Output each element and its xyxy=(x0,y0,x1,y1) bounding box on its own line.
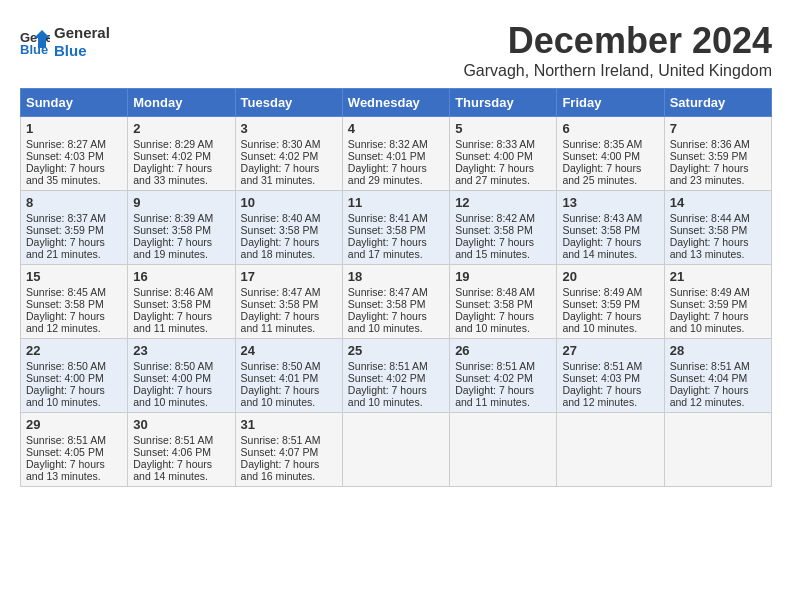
day-number: 19 xyxy=(455,269,551,284)
day-info-line: Sunrise: 8:51 AM xyxy=(133,434,229,446)
day-info-line: Daylight: 7 hours xyxy=(455,310,551,322)
day-number: 4 xyxy=(348,121,444,136)
calendar-cell: 27Sunrise: 8:51 AMSunset: 4:03 PMDayligh… xyxy=(557,339,664,413)
day-info-line: Sunrise: 8:51 AM xyxy=(455,360,551,372)
day-number: 20 xyxy=(562,269,658,284)
day-info-line: Daylight: 7 hours xyxy=(133,384,229,396)
day-info-line: Sunrise: 8:45 AM xyxy=(26,286,122,298)
day-info-line: and 35 minutes. xyxy=(26,174,122,186)
day-info-line: Daylight: 7 hours xyxy=(133,310,229,322)
day-info-line: Sunset: 4:00 PM xyxy=(133,372,229,384)
day-number: 13 xyxy=(562,195,658,210)
logo-line2: Blue xyxy=(54,42,110,60)
day-info-line: Sunrise: 8:49 AM xyxy=(562,286,658,298)
day-info-line: Daylight: 7 hours xyxy=(348,310,444,322)
day-info-line: Sunrise: 8:50 AM xyxy=(133,360,229,372)
day-info-line: and 11 minutes. xyxy=(241,322,337,334)
day-info-line: Daylight: 7 hours xyxy=(348,162,444,174)
day-info-line: and 16 minutes. xyxy=(241,470,337,482)
day-info-line: Daylight: 7 hours xyxy=(455,384,551,396)
day-info-line: and 10 minutes. xyxy=(26,396,122,408)
day-number: 30 xyxy=(133,417,229,432)
calendar-cell: 3Sunrise: 8:30 AMSunset: 4:02 PMDaylight… xyxy=(235,117,342,191)
day-info-line: Sunrise: 8:44 AM xyxy=(670,212,766,224)
day-info-line: Sunrise: 8:48 AM xyxy=(455,286,551,298)
calendar-cell: 5Sunrise: 8:33 AMSunset: 4:00 PMDaylight… xyxy=(450,117,557,191)
day-info-line: Daylight: 7 hours xyxy=(241,236,337,248)
day-info-line: Sunset: 4:04 PM xyxy=(670,372,766,384)
day-info-line: Sunset: 3:58 PM xyxy=(670,224,766,236)
day-info-line: Sunrise: 8:37 AM xyxy=(26,212,122,224)
calendar-cell: 19Sunrise: 8:48 AMSunset: 3:58 PMDayligh… xyxy=(450,265,557,339)
day-info-line: Daylight: 7 hours xyxy=(562,236,658,248)
day-info-line: Sunset: 3:59 PM xyxy=(562,298,658,310)
day-number: 21 xyxy=(670,269,766,284)
day-info-line: Sunset: 4:00 PM xyxy=(562,150,658,162)
day-info-line: Sunrise: 8:41 AM xyxy=(348,212,444,224)
day-number: 2 xyxy=(133,121,229,136)
day-info-line: Sunrise: 8:47 AM xyxy=(348,286,444,298)
day-info-line: and 25 minutes. xyxy=(562,174,658,186)
day-info-line: Sunset: 3:58 PM xyxy=(348,298,444,310)
day-info-line: Daylight: 7 hours xyxy=(562,162,658,174)
day-info-line: Sunrise: 8:46 AM xyxy=(133,286,229,298)
calendar-cell xyxy=(664,413,771,487)
weekday-header-cell: Tuesday xyxy=(235,89,342,117)
day-info-line: Sunrise: 8:40 AM xyxy=(241,212,337,224)
day-info-line: Sunset: 4:02 PM xyxy=(455,372,551,384)
day-info-line: Sunrise: 8:51 AM xyxy=(562,360,658,372)
day-info-line: Daylight: 7 hours xyxy=(455,162,551,174)
calendar-cell: 25Sunrise: 8:51 AMSunset: 4:02 PMDayligh… xyxy=(342,339,449,413)
day-number: 12 xyxy=(455,195,551,210)
calendar-cell: 29Sunrise: 8:51 AMSunset: 4:05 PMDayligh… xyxy=(21,413,128,487)
day-info-line: Daylight: 7 hours xyxy=(26,162,122,174)
day-info-line: Sunset: 4:03 PM xyxy=(26,150,122,162)
day-info-line: Sunset: 4:03 PM xyxy=(562,372,658,384)
day-info-line: Daylight: 7 hours xyxy=(670,162,766,174)
calendar-week-row: 8Sunrise: 8:37 AMSunset: 3:59 PMDaylight… xyxy=(21,191,772,265)
day-info-line: Sunset: 3:59 PM xyxy=(670,298,766,310)
day-info-line: Daylight: 7 hours xyxy=(670,384,766,396)
day-info-line: Daylight: 7 hours xyxy=(562,384,658,396)
day-number: 22 xyxy=(26,343,122,358)
day-number: 31 xyxy=(241,417,337,432)
day-info-line: and 15 minutes. xyxy=(455,248,551,260)
day-info-line: Daylight: 7 hours xyxy=(670,310,766,322)
day-number: 15 xyxy=(26,269,122,284)
day-info-line: Sunrise: 8:33 AM xyxy=(455,138,551,150)
day-info-line: Sunrise: 8:39 AM xyxy=(133,212,229,224)
calendar-cell: 11Sunrise: 8:41 AMSunset: 3:58 PMDayligh… xyxy=(342,191,449,265)
day-info-line: Sunset: 3:58 PM xyxy=(455,224,551,236)
day-info-line: Sunrise: 8:50 AM xyxy=(241,360,337,372)
day-info-line: Sunset: 4:06 PM xyxy=(133,446,229,458)
day-info-line: and 11 minutes. xyxy=(455,396,551,408)
day-info-line: Sunrise: 8:29 AM xyxy=(133,138,229,150)
calendar-week-row: 29Sunrise: 8:51 AMSunset: 4:05 PMDayligh… xyxy=(21,413,772,487)
calendar-cell: 21Sunrise: 8:49 AMSunset: 3:59 PMDayligh… xyxy=(664,265,771,339)
day-info-line: and 14 minutes. xyxy=(562,248,658,260)
day-info-line: Sunset: 4:01 PM xyxy=(348,150,444,162)
day-number: 8 xyxy=(26,195,122,210)
day-info-line: and 18 minutes. xyxy=(241,248,337,260)
day-info-line: Daylight: 7 hours xyxy=(241,310,337,322)
calendar-cell: 20Sunrise: 8:49 AMSunset: 3:59 PMDayligh… xyxy=(557,265,664,339)
day-info-line: and 21 minutes. xyxy=(26,248,122,260)
calendar-cell: 24Sunrise: 8:50 AMSunset: 4:01 PMDayligh… xyxy=(235,339,342,413)
day-info-line: Sunrise: 8:51 AM xyxy=(241,434,337,446)
calendar-cell: 22Sunrise: 8:50 AMSunset: 4:00 PMDayligh… xyxy=(21,339,128,413)
calendar-cell: 2Sunrise: 8:29 AMSunset: 4:02 PMDaylight… xyxy=(128,117,235,191)
day-info-line: and 10 minutes. xyxy=(348,396,444,408)
day-info-line: Sunrise: 8:27 AM xyxy=(26,138,122,150)
day-info-line: and 12 minutes. xyxy=(26,322,122,334)
day-info-line: Sunrise: 8:36 AM xyxy=(670,138,766,150)
day-info-line: Sunset: 3:58 PM xyxy=(241,298,337,310)
day-info-line: Sunset: 3:58 PM xyxy=(26,298,122,310)
calendar-cell: 15Sunrise: 8:45 AMSunset: 3:58 PMDayligh… xyxy=(21,265,128,339)
day-info-line: Sunrise: 8:30 AM xyxy=(241,138,337,150)
day-info-line: and 29 minutes. xyxy=(348,174,444,186)
day-info-line: Sunrise: 8:35 AM xyxy=(562,138,658,150)
day-info-line: Daylight: 7 hours xyxy=(241,384,337,396)
day-number: 7 xyxy=(670,121,766,136)
day-number: 10 xyxy=(241,195,337,210)
day-info-line: Sunset: 4:00 PM xyxy=(455,150,551,162)
